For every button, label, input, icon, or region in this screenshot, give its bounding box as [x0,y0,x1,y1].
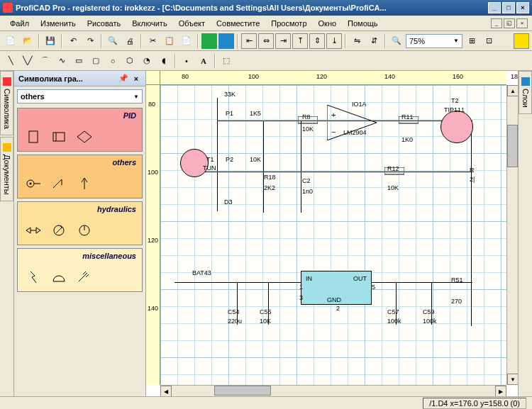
mdi-minimize[interactable]: _ [491,18,502,28]
scroll-down-icon[interactable]: ▼ [507,374,518,385]
symbol-item[interactable] [74,267,94,287]
roundrect-tool-icon[interactable]: ▢ [88,53,104,69]
paste-icon[interactable]: 📄 [179,33,194,49]
align-right-icon[interactable]: ⇥ [275,33,291,49]
flip-h-icon[interactable]: ⇋ [349,33,365,49]
align-top-icon[interactable]: ⤒ [292,33,308,49]
zoom-icon[interactable]: 🔍 [389,33,404,49]
category-hydraulics[interactable]: hydraulics [17,201,143,245]
category-miscellaneous[interactable]: miscellaneous [17,248,143,292]
minimize-button[interactable]: _ [488,2,501,13]
rect-tool-icon[interactable]: ▭ [71,53,87,69]
print-preview-icon[interactable]: 🔍 [105,33,121,49]
menu-help[interactable]: Помощь [342,18,384,29]
window-title: ProfiCAD Pro - registered to: irokkezz -… [16,4,487,12]
point-tool-icon[interactable]: • [179,53,194,69]
dock-tab-layers[interactable]: Слои [519,71,532,114]
line-tool-icon[interactable]: ╲ [3,53,18,69]
scroll-up-icon[interactable]: ▲ [507,85,518,96]
component-label: 100k [387,318,401,325]
align-left-icon[interactable]: ⇤ [241,33,257,49]
mdi-close[interactable]: × [516,18,528,28]
category-pid[interactable]: PID [17,108,143,152]
component-label: 33K [224,91,235,98]
component-label: 10K [250,156,261,163]
grid-icon[interactable]: ⊞ [464,33,480,49]
menu-align[interactable]: Совместите [211,18,265,29]
symbol-item[interactable] [49,174,69,194]
menu-window[interactable]: Окно [313,18,343,29]
category-select[interactable]: others▼ [17,89,143,103]
image1-icon[interactable] [201,33,217,49]
align-center-h-icon[interactable]: ⇔ [258,33,274,49]
symbol-item[interactable] [74,127,94,147]
component-label: 1 [299,284,303,291]
horizontal-scrollbar[interactable]: ◀ ▶ [160,385,506,396]
symbol-item[interactable] [23,267,43,287]
component-label: 2| [470,176,475,183]
open-icon[interactable]: 📂 [20,33,35,49]
symbol-item[interactable] [74,174,94,194]
scrollbar-thumb[interactable] [214,386,271,396]
component-label: R8 [302,113,311,121]
component-label: P1 [226,110,233,117]
close-button[interactable]: × [516,2,529,13]
component-label: 100k [423,318,437,325]
ellipse-tool-icon[interactable]: ○ [105,53,121,69]
menu-object[interactable]: Объект [173,18,211,29]
menu-draw[interactable]: Рисовать [82,18,127,29]
symbol-item[interactable] [23,220,43,240]
component-label: OUT [353,275,367,282]
flip-v-icon[interactable]: ⇵ [366,33,382,49]
undo-icon[interactable]: ↶ [65,33,81,49]
menu-insert[interactable]: Включить [126,18,172,29]
folder-icon[interactable] [514,33,529,49]
symbol-item[interactable] [49,127,69,147]
scroll-left-icon[interactable]: ◀ [160,386,172,396]
bezier-tool-icon[interactable]: ∿ [54,53,70,69]
snap-icon[interactable]: ⊡ [481,33,497,49]
zoom-select[interactable]: 75%▼ [406,34,462,48]
align-bottom-icon[interactable]: ⤓ [326,33,342,49]
symbol-item[interactable] [23,127,43,147]
align-center-v-icon[interactable]: ⇕ [309,33,325,49]
symbol-item[interactable] [49,220,69,240]
text-tool-icon[interactable]: A [196,53,211,69]
transistor-t2[interactable] [440,111,473,143]
polygon-tool-icon[interactable]: ⬡ [122,53,138,69]
dock-tab-symbols[interactable]: Символика [0,71,13,135]
redo-icon[interactable]: ↷ [82,33,98,49]
dock-tab-documents[interactable]: Документы [0,137,13,201]
cut-icon[interactable]: ✂ [145,33,160,49]
pin-icon[interactable]: 📌 [118,74,128,84]
symbol-item[interactable] [74,220,94,240]
vertical-scrollbar[interactable]: ▲ ▼ [506,85,518,385]
titlebar: ProfiCAD Pro - registered to: irokkezz -… [0,0,532,16]
panel-close-icon[interactable]: × [131,74,141,84]
polyline-tool-icon[interactable]: ╲╱ [20,53,35,69]
transistor-t1[interactable] [180,149,209,177]
app-icon [3,3,13,13]
mdi-restore[interactable]: ◱ [504,18,515,28]
category-others[interactable]: others [17,155,143,198]
arc-tool-icon[interactable]: ⌒ [37,53,52,69]
scrollbar-thumb[interactable] [507,125,518,167]
chord-tool-icon[interactable]: ◖ [156,53,172,69]
symbol-item[interactable] [23,174,43,194]
save-icon[interactable]: 💾 [43,33,58,49]
select-tool-icon[interactable]: ⬚ [218,53,234,69]
scroll-right-icon[interactable]: ▶ [495,386,506,396]
menu-file[interactable]: Файл [4,18,35,29]
svg-marker-3 [77,131,92,142]
print-icon[interactable]: 🖨 [122,33,138,49]
menu-edit[interactable]: Изменить [35,18,82,29]
symbol-item[interactable] [49,267,69,287]
image2-icon[interactable] [218,33,234,49]
pie-tool-icon[interactable]: ◔ [139,53,155,69]
left-dock: Символика Документы [0,71,14,396]
drawing-canvas[interactable]: +− 33KP11K5R810KIO1ALM2904R111K0T2TIP111… [160,85,506,385]
menu-view[interactable]: Просмотр [265,18,312,29]
new-icon[interactable]: 📄 [3,33,18,49]
maximize-button[interactable]: □ [502,2,515,13]
copy-icon[interactable]: 📋 [162,33,177,49]
